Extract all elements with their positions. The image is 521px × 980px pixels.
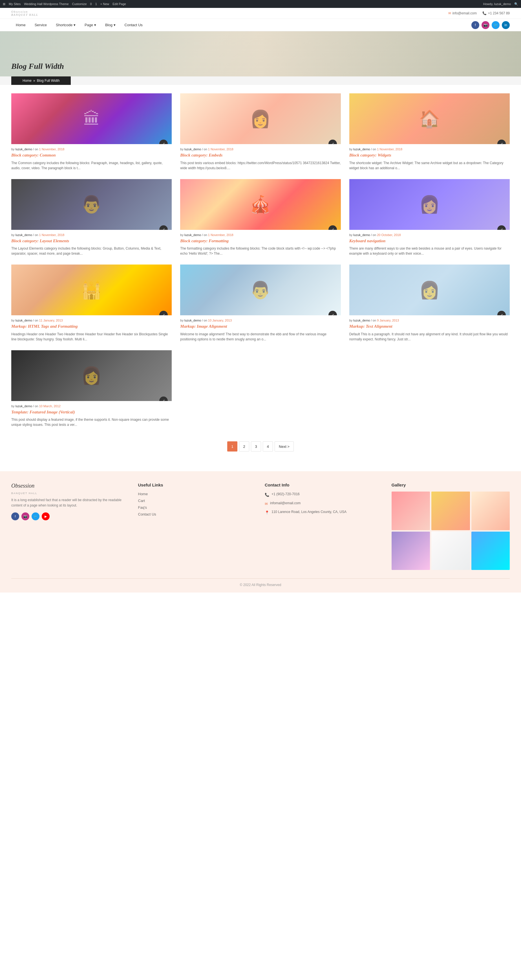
admin-user[interactable]: Howdy, luzuk_demo — [483, 2, 511, 6]
admin-edit-page[interactable]: Edit Page — [113, 2, 126, 6]
blog-card-2: 👩 ⤢ by luzuk_demo / on 1 November, 2018 … — [180, 93, 341, 170]
post-title-6[interactable]: Keyboard navigation — [349, 238, 510, 244]
post-title-10[interactable]: Template: Featured Image (Vertical) — [11, 409, 172, 415]
admin-my-sites[interactable]: My Sites — [9, 2, 21, 6]
footer-email: ✉ infomail@email.com — [265, 501, 383, 507]
post-title-2[interactable]: Block category: Embeds — [180, 153, 341, 158]
post-image-placeholder-8: 👨 — [180, 264, 341, 315]
blog-card-7: 🕌 ⤢ by luzuk_demo / on 11 January, 2013 … — [11, 264, 172, 342]
nav-instagram-icon[interactable]: 📷 — [481, 21, 489, 29]
footer-facebook-icon[interactable]: f — [11, 512, 19, 520]
post-title-5[interactable]: Block category: Formatting — [180, 238, 341, 244]
page-btn-4[interactable]: 4 — [263, 441, 273, 452]
blog-card-6: 👩 ⤢ by luzuk_demo / on 20 October, 2018 … — [349, 179, 510, 256]
contact-email: ✉ info@email.com — [448, 11, 477, 15]
post-meta-9: by luzuk_demo / on 9 January, 2013 — [349, 319, 510, 322]
post-image-placeholder-3: 🏠 — [349, 93, 510, 144]
admin-customize[interactable]: Customize — [72, 2, 87, 6]
contact-phone: 📞 +1 234 567 89 — [482, 11, 510, 15]
footer-contact-heading: Contact Info — [265, 482, 383, 487]
nav-linkedin-icon[interactable]: in — [502, 21, 510, 29]
footer-address: 📍 110 Larence Road, Los Angeles County, … — [265, 509, 383, 515]
page-btn-2[interactable]: 2 — [239, 441, 249, 452]
post-date-9: 9 January, 2013 — [377, 319, 399, 322]
main-nav: Home Service Shortcode ▾ Page ▾ Blog ▾ C… — [0, 19, 521, 31]
post-date-6: 20 October, 2018 — [377, 233, 400, 237]
nav-service[interactable]: Service — [30, 19, 51, 31]
blog-card-1: 🏛 ⤢ by luzuk_demo / on 1 November, 2018 … — [11, 93, 172, 170]
footer-youtube-icon[interactable]: ▶ — [42, 512, 49, 520]
gallery-thumb-1[interactable] — [392, 492, 430, 530]
post-meta-4: by luzuk_demo / on 1 November, 2018 — [11, 233, 172, 237]
gallery-thumb-6[interactable] — [472, 531, 510, 570]
post-title-8[interactable]: Markup: Image Alignment — [180, 324, 341, 329]
blog-card-5: 🎪 ⤢ by luzuk_demo / on 1 November, 2018 … — [180, 179, 341, 256]
post-title-7[interactable]: Markup: HTML Tags and Formatting — [11, 324, 172, 329]
blog-card-3: 🏠 ⤢ by luzuk_demo / on 1 November, 2018 … — [349, 93, 510, 170]
footer-link-cart: Cart — [138, 498, 257, 503]
admin-bar-left: ⊞ My Sites Wedding Hall Wordpress Theme … — [3, 2, 126, 6]
post-meta-5: by luzuk_demo / on 1 November, 2018 — [180, 233, 341, 237]
post-title-4[interactable]: Block category: Layout Elements — [11, 238, 172, 244]
post-excerpt-4: The Layout Elements category includes th… — [11, 246, 172, 256]
admin-search-icon[interactable]: 🔍 — [514, 2, 518, 6]
post-image-9: 👩 ⤢ — [349, 264, 510, 315]
admin-comments[interactable]: 0 — [90, 2, 92, 6]
blog-row-4: 👩 ⤢ by luzuk_demo / on 10 March, 2012 Te… — [11, 350, 510, 428]
admin-new[interactable]: + New — [100, 2, 110, 6]
nav-shortcode[interactable]: Shortcode ▾ — [51, 19, 80, 31]
footer-twitter-icon[interactable]: 🐦 — [32, 512, 40, 520]
post-date-1: 1 November, 2018 — [39, 148, 64, 151]
gallery-thumb-2[interactable] — [431, 492, 470, 530]
page-btn-3[interactable]: 3 — [251, 441, 261, 452]
nav-twitter-icon[interactable]: 🐦 — [492, 21, 500, 29]
gallery-thumb-4[interactable] — [392, 531, 430, 570]
footer-link-home: Home — [138, 492, 257, 496]
footer-location-icon: 📍 — [265, 510, 269, 515]
post-title-3[interactable]: Block category: Widgets — [349, 153, 510, 158]
admin-theme[interactable]: Wedding Hall Wordpress Theme — [24, 2, 68, 6]
footer-email-text: infomail@email.com — [270, 501, 300, 506]
blog-card-10: 👩 ⤢ by luzuk_demo / on 10 March, 2012 Te… — [11, 350, 172, 428]
post-author-3: luzuk_demo — [353, 148, 370, 151]
nav-page[interactable]: Page ▾ — [80, 19, 101, 31]
post-excerpt-9: Default This is a paragraph. It should n… — [349, 332, 510, 342]
breadcrumb-current: Blog Full Width — [37, 79, 60, 83]
post-image-placeholder-2: 👩 — [180, 93, 341, 144]
blog-row-1: 🏛 ⤢ by luzuk_demo / on 1 November, 2018 … — [11, 93, 510, 170]
next-page-button[interactable]: Next > — [275, 441, 294, 452]
contact-info: ✉ info@email.com 📞 +1 234 567 89 — [448, 11, 510, 15]
nav-home[interactable]: Home — [11, 19, 30, 31]
gallery-thumb-3[interactable] — [472, 492, 510, 530]
footer-links-list: Home Cart Faq's Contact Us — [138, 492, 257, 516]
page-btn-1[interactable]: 1 — [227, 441, 237, 452]
wp-icon[interactable]: ⊞ — [3, 2, 5, 6]
footer-email-icon: ✉ — [265, 501, 268, 507]
nav-blog[interactable]: Blog ▾ — [101, 19, 120, 31]
nav-contact[interactable]: Contact Us — [120, 19, 147, 31]
hero-section: Blog Full Width — [0, 31, 521, 76]
post-date-10: 10 March, 2012 — [39, 404, 60, 408]
post-excerpt-6: There are many different ways to use the… — [349, 246, 510, 256]
admin-notifications[interactable]: 1 — [95, 2, 97, 6]
footer-instagram-icon[interactable]: 📷 — [21, 512, 29, 520]
nav-facebook-icon[interactable]: f — [472, 21, 479, 29]
post-title-1[interactable]: Block category: Common — [11, 153, 172, 158]
post-image-placeholder-10: 👩 — [11, 350, 172, 401]
gallery-thumb-5[interactable] — [431, 531, 470, 570]
post-title-9[interactable]: Markup: Text Alignment — [349, 324, 510, 329]
footer-social: f 📷 🐦 ▶ — [11, 512, 130, 520]
post-date-4: 1 November, 2018 — [39, 233, 64, 237]
phone-icon: 📞 — [482, 11, 487, 15]
post-author-7: luzuk_demo — [16, 319, 32, 322]
post-image-3: 🏠 ⤢ — [349, 93, 510, 144]
post-date-3: 1 November, 2018 — [377, 148, 402, 151]
breadcrumb: Home » Blog Full Width — [11, 76, 71, 85]
post-meta-10: by luzuk_demo / on 10 March, 2012 — [11, 404, 172, 408]
breadcrumb-home[interactable]: Home — [22, 79, 32, 83]
admin-bar-right: Howdy, luzuk_demo 🔍 — [483, 2, 518, 6]
footer-copyright: © 2022 All Rights Reserved — [11, 578, 510, 587]
post-excerpt-3: The shortcode widget: The Archive Widget… — [349, 161, 510, 170]
footer-description: It is a long established fact that a rea… — [11, 498, 130, 508]
footer-address-text: 110 Larence Road, Los Angeles County, CA… — [272, 509, 346, 514]
